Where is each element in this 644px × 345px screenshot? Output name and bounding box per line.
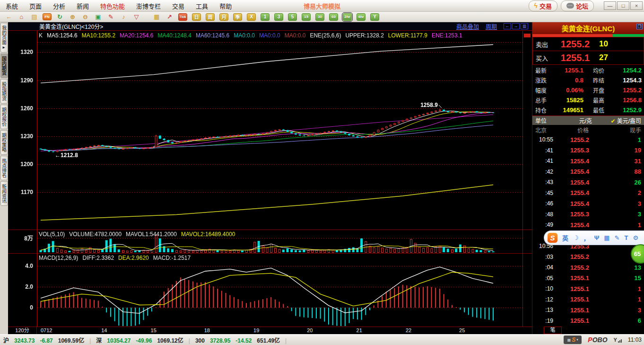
tick-time: :45 <box>532 190 553 196</box>
tick-time: :41 <box>532 158 553 164</box>
ask-qty: 10 <box>599 39 608 49</box>
tick-time: :49 <box>532 221 553 228</box>
panel-restore-icon[interactable]: ❐ <box>636 24 643 29</box>
bid-row[interactable]: 买入 1255.1 27 <box>532 51 644 65</box>
prev-chart-button[interactable]: ← <box>504 23 511 29</box>
quote-value: 1255.1 <box>551 67 583 74</box>
voice-input-icon[interactable]: Ψ <box>594 234 600 241</box>
period-60min-button[interactable]: 60 <box>329 13 338 21</box>
back-icon[interactable]: ← <box>4 13 13 20</box>
panel-bottom-strip: 笔 <box>532 327 644 334</box>
night-mode-icon[interactable]: ☽ <box>573 234 579 241</box>
sogou-logo[interactable]: S <box>548 233 557 243</box>
maximize-button[interactable]: □ <box>617 1 629 10</box>
period-4hr-button[interactable]: 4hr <box>357 13 366 21</box>
sidebar-tab-6[interactable]: 新闻资讯 <box>0 181 8 206</box>
split-view-button[interactable]: ▥ <box>521 23 528 29</box>
period-2hr-button[interactable]: 2hr <box>343 13 352 21</box>
period-5min-button[interactable]: 5 <box>288 13 297 21</box>
period-custom-button[interactable]: X <box>247 13 256 21</box>
fn-icon[interactable]: FN <box>43 13 52 20</box>
menu-item-5[interactable]: 澎博专栏 <box>131 1 166 10</box>
indicator-text: ENE(25,6,6) <box>310 32 341 39</box>
period-week-button[interactable]: 周 <box>206 13 215 21</box>
close-button[interactable]: × <box>630 1 643 10</box>
sidebar-tab-1[interactable]: 国内期货 <box>0 53 8 78</box>
draw-icon[interactable]: ✎ <box>106 13 115 20</box>
zoom-in-icon[interactable]: ⊕ <box>68 13 77 20</box>
page-icon[interactable]: ▤ <box>30 13 39 20</box>
report-icon[interactable]: ▦ <box>152 13 161 20</box>
tab-tick-detail[interactable]: 笔 <box>544 327 562 334</box>
period-label: 120分 <box>8 327 37 334</box>
period-1min-button[interactable]: 1 <box>261 13 270 21</box>
sogou-input-bar[interactable]: S英☽，Ψ▦✎T⚙ <box>544 230 644 245</box>
trend-icon[interactable]: ↗ <box>165 13 174 20</box>
period-month-button[interactable]: 月 <box>219 13 228 21</box>
menu-item-1[interactable]: 页面 <box>24 1 47 10</box>
ask-label: 卖出 <box>533 40 555 49</box>
menu-item-8[interactable]: 帮助 <box>214 1 237 10</box>
quote-row: 最新1255.1均价1254.2 <box>532 65 644 75</box>
sogou-tray-icon[interactable]: ▦S▾ <box>564 336 582 344</box>
sidebar-tab-3[interactable]: 期权报价 <box>0 105 8 129</box>
overlay-icon[interactable]: ▣ <box>94 13 103 20</box>
tick-time: :13 <box>532 307 553 313</box>
unit-usd[interactable]: ✔美元/盎司 <box>611 116 644 124</box>
period-day-button[interactable]: 日 <box>192 13 201 21</box>
period-30min-button[interactable]: 30 <box>315 13 324 21</box>
unit-row[interactable]: 单位 元/克 ✔美元/盎司 <box>532 115 644 125</box>
period-link[interactable]: 周期 <box>486 22 497 30</box>
ask-price: 1255.2 <box>555 39 590 50</box>
status-item: -6.87 <box>40 337 52 344</box>
period-year-button[interactable]: Y <box>370 13 379 21</box>
indicator-text: MAVOL1:5441.2000 <box>126 231 177 238</box>
lang-english-icon[interactable]: 英 <box>562 233 568 242</box>
x-tick-14: 14 <box>101 327 107 333</box>
punctuation-icon[interactable]: ， <box>583 233 590 242</box>
next-chart-button[interactable]: → <box>512 23 520 29</box>
refresh-icon[interactable]: ↻ <box>55 13 64 20</box>
quote-value: 1255.2 <box>609 87 644 94</box>
menu-item-7[interactable]: 工具 <box>190 1 214 10</box>
minimize-button[interactable]: — <box>604 1 616 10</box>
sidebar-tab-4[interactable]: 期权策略 <box>0 130 8 155</box>
trade-button[interactable]: ϟ交易 <box>529 0 557 11</box>
quote-label: 昨结 <box>590 76 609 84</box>
menu-item-3[interactable]: 新闻 <box>71 1 95 10</box>
ask-row[interactable]: 卖出 1255.2 10 <box>532 37 644 51</box>
handwriting-icon[interactable]: ✎ <box>615 234 620 241</box>
menu-item-4[interactable]: 特色功能 <box>95 1 131 10</box>
forum-button[interactable]: ···论坛 <box>561 0 594 11</box>
alert-icon[interactable]: ♪ <box>119 13 128 20</box>
period-quarter-button[interactable]: 季 <box>233 13 242 21</box>
zoom-out-icon[interactable]: ⊖ <box>81 13 90 20</box>
overlay-link[interactable]: 商品叠加 <box>456 22 479 30</box>
toolbox-icon[interactable]: ⚙ <box>633 234 638 241</box>
status-item: 深 <box>96 337 102 344</box>
sidebar-tab-5[interactable]: 热点排名 <box>0 156 8 180</box>
main-chart-canvas[interactable] <box>8 31 532 230</box>
period-tick-button[interactable]: Tick <box>178 13 187 21</box>
indicator-text: MACD(12,26,9) <box>39 255 78 261</box>
period-15min-button[interactable]: 15 <box>302 13 311 21</box>
tick-row: :491255.41 <box>532 220 644 230</box>
tick-col-qty: 现手 <box>609 126 644 134</box>
quote-stats-grid: 最新1255.1均价1254.2涨跌0.8昨结1254.3幅度0.06%开盘12… <box>532 65 644 115</box>
skin-icon[interactable]: T <box>624 234 628 241</box>
menu-item-0[interactable]: 系统 <box>0 1 24 10</box>
toolbar: ←⌂▤FN↻⊕⊖▣✎♪▽▦↗Tick日周月季X1351530602hr4hrY <box>0 12 644 22</box>
quote-row: 涨跌0.8昨结1254.3 <box>532 75 644 85</box>
period-3min-button[interactable]: 3 <box>274 13 283 21</box>
home-icon[interactable]: ⌂ <box>17 13 26 20</box>
sidebar: 我的页面▸国内期货股指期货期权报价期权策略热点排名新闻资讯 <box>0 22 8 334</box>
macd-canvas[interactable] <box>8 253 532 327</box>
sidebar-tab-2[interactable]: 股指期货 <box>0 79 8 104</box>
tick-qty: 1 <box>606 285 644 292</box>
sidebar-tab-0[interactable]: 我的页面▸ <box>0 23 8 53</box>
quote-value: 1252.9 <box>609 106 644 114</box>
menu-item-6[interactable]: 交易 <box>166 1 190 10</box>
menu-item-2[interactable]: 分析 <box>47 1 71 10</box>
soft-keyboard-icon[interactable]: ▦ <box>604 234 609 241</box>
filter-icon[interactable]: ▽ <box>132 13 141 20</box>
